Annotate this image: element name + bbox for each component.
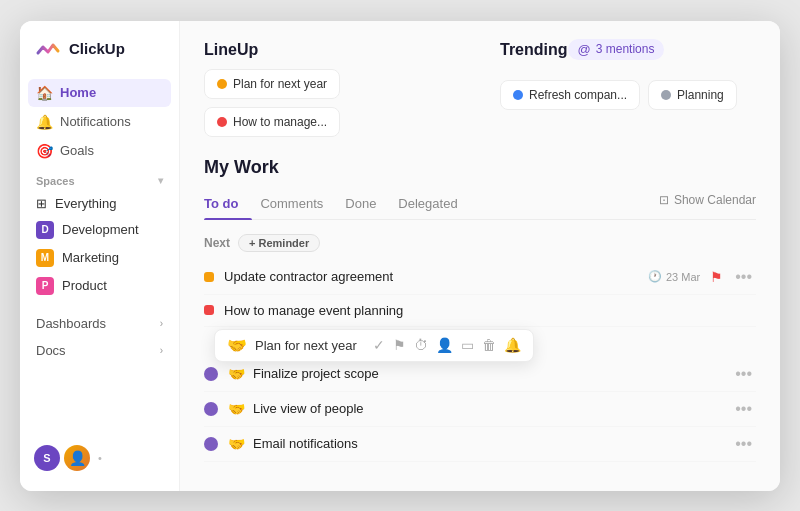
tab-comments[interactable]: Comments [260, 190, 337, 219]
trending-header-row: Trending @ 3 mentions [500, 41, 756, 60]
task-icon: 🤝 [228, 401, 245, 417]
lineup-title: LineUp [204, 41, 460, 59]
tab-done[interactable]: Done [345, 190, 390, 219]
task-date: 🕐 23 Mar [648, 270, 700, 283]
home-icon: 🏠 [36, 85, 52, 101]
sidebar-item-everything[interactable]: ⊞ Everything [28, 191, 171, 216]
bell-icon: 🔔 [36, 114, 52, 130]
clock-icon: 🕐 [648, 270, 662, 283]
task-row: 🤝 Live view of people ••• [204, 392, 756, 427]
dashboards-chevron: › [160, 318, 163, 329]
lineup-card-manage[interactable]: How to manage... [204, 107, 340, 137]
main-content: LineUp Plan for next year How to manage.… [180, 21, 780, 491]
task-status-dot [204, 272, 214, 282]
sidebar-bottom: S 👤 • [20, 435, 179, 481]
sidebar-item-docs[interactable]: Docs › [28, 337, 171, 364]
refresh-dot [513, 90, 523, 100]
clickup-logo-icon [34, 35, 62, 63]
plan-dot [217, 79, 227, 89]
mywork-title: My Work [204, 157, 756, 178]
task-row: 🤝 Email notifications ••• [204, 427, 756, 462]
lineup-card-plan[interactable]: Plan for next year [204, 69, 340, 99]
task-more-button[interactable]: ••• [731, 435, 756, 453]
task-name: Email notifications [253, 436, 731, 451]
tooltip-task-icon: 🤝 [227, 336, 247, 355]
sidebar-item-goals-label: Goals [60, 143, 94, 158]
task-row: Update contractor agreement 🕐 23 Mar ⚑ •… [204, 260, 756, 295]
sidebar-nav: 🏠 Home 🔔 Notifications 🎯 Goals [20, 79, 179, 165]
task-name: Update contractor agreement [224, 269, 648, 284]
sidebar-item-goals[interactable]: 🎯 Goals [28, 137, 171, 165]
flag-action[interactable]: ⚑ [393, 337, 406, 353]
task-name: Live view of people [253, 401, 731, 416]
task-name: Finalize project scope [253, 366, 731, 381]
sidebar-item-notifications-label: Notifications [60, 114, 131, 129]
sidebar-item-marketing[interactable]: M Marketing [28, 244, 171, 272]
flag-icon: ⚑ [710, 269, 723, 285]
mentions-count: 3 mentions [596, 42, 655, 56]
trending-card-refresh[interactable]: Refresh compan... [500, 80, 640, 110]
dashboards-label: Dashboards [36, 316, 106, 331]
sidebar-item-notifications[interactable]: 🔔 Notifications [28, 108, 171, 136]
box-action[interactable]: ▭ [461, 337, 474, 353]
planning-label: Planning [677, 88, 724, 102]
tab-delegated[interactable]: Delegated [398, 190, 471, 219]
tooltip-label: Plan for next year [255, 338, 357, 353]
reminder-badge[interactable]: + Reminder [238, 234, 320, 252]
lineup-trending-row: LineUp Plan for next year How to manage.… [204, 41, 756, 137]
user-avatars: S 👤 [34, 445, 90, 471]
everything-icon: ⊞ [36, 196, 47, 211]
check-action[interactable]: ✓ [373, 337, 385, 353]
avatar-photo: 👤 [64, 445, 90, 471]
docs-label: Docs [36, 343, 66, 358]
task-icon: 🤝 [228, 366, 245, 382]
spaces-section-label: Spaces ▾ [20, 165, 179, 191]
task-status-dot [204, 367, 218, 381]
manage-label: How to manage... [233, 115, 327, 129]
next-label: Next + Reminder [204, 234, 756, 252]
refresh-label: Refresh compan... [529, 88, 627, 102]
delete-action[interactable]: 🗑 [482, 337, 496, 353]
tab-todo[interactable]: To do [204, 190, 252, 219]
task-more-button[interactable]: ••• [731, 400, 756, 418]
assign-action[interactable]: 👤 [436, 337, 453, 353]
mywork-tabs: To do Comments Done Delegated ⊡ Show Cal… [204, 190, 756, 220]
tooltip-actions: ✓ ⚑ ⏱ 👤 ▭ 🗑 🔔 [373, 337, 521, 353]
sidebar: ClickUp 🏠 Home 🔔 Notifications 🎯 Goals S… [20, 21, 180, 491]
timer-action[interactable]: ⏱ [414, 337, 428, 353]
avatar-s: S [34, 445, 60, 471]
docs-chevron: › [160, 345, 163, 356]
sidebar-item-dashboards[interactable]: Dashboards › [28, 310, 171, 337]
spaces-chevron: ▾ [158, 175, 163, 186]
marketing-dot: M [36, 249, 54, 267]
show-calendar-button[interactable]: ⊡ Show Calendar [659, 190, 756, 219]
task-status-dot [204, 402, 218, 416]
plan-label: Plan for next year [233, 77, 327, 91]
sidebar-item-development[interactable]: D Development [28, 216, 171, 244]
task-status-dot [204, 305, 214, 315]
sidebar-item-product[interactable]: P Product [28, 272, 171, 300]
sidebar-item-home-label: Home [60, 85, 96, 100]
logo: ClickUp [20, 35, 179, 79]
goals-icon: 🎯 [36, 143, 52, 159]
task-more-button[interactable]: ••• [731, 365, 756, 383]
lineup-section: LineUp Plan for next year How to manage.… [204, 41, 460, 137]
trending-cards: Refresh compan... Planning [500, 80, 756, 110]
task-more-button[interactable]: ••• [731, 268, 756, 286]
user-status-dot: • [98, 452, 102, 464]
app-window: ClickUp 🏠 Home 🔔 Notifications 🎯 Goals S… [20, 21, 780, 491]
calendar-icon: ⊡ [659, 193, 669, 207]
task-icon: 🤝 [228, 436, 245, 452]
sidebar-item-home[interactable]: 🏠 Home [28, 79, 171, 107]
development-dot: D [36, 221, 54, 239]
app-name: ClickUp [69, 40, 125, 57]
task-row: 🤝 Finalize project scope ••• [204, 357, 756, 392]
bell-action[interactable]: 🔔 [504, 337, 521, 353]
trending-title: Trending [500, 41, 568, 59]
task-status-dot [204, 437, 218, 451]
trending-card-planning[interactable]: Planning [648, 80, 737, 110]
mywork-section: My Work To do Comments Done Delegated ⊡ … [204, 157, 756, 462]
at-icon: @ [578, 42, 591, 57]
task-name: How to manage event planning [224, 303, 756, 318]
mentions-badge[interactable]: @ 3 mentions [568, 39, 665, 60]
